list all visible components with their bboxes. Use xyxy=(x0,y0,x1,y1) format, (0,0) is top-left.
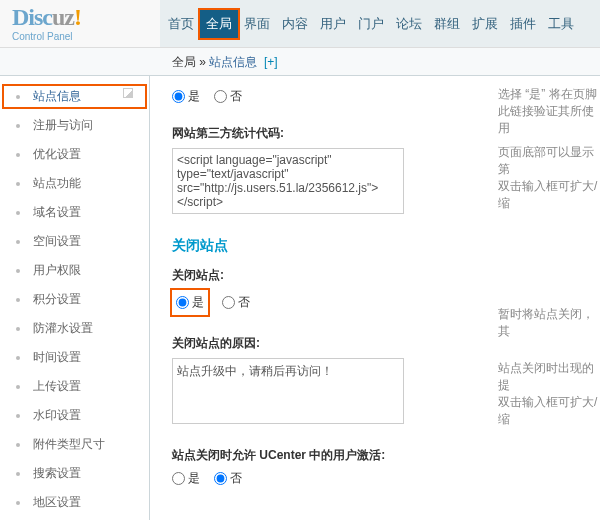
sidebar-item-0[interactable]: 站点信息 xyxy=(0,82,149,111)
footer-link-tip: 选择 “是” 将在页脚 此链接验证其所使用 xyxy=(498,86,600,137)
breadcrumb-add[interactable]: [+] xyxy=(264,55,278,69)
topnav-全局[interactable]: 全局 xyxy=(200,10,238,38)
sidebar-item-4[interactable]: 域名设置 xyxy=(0,198,149,227)
breadcrumb: 全局 » 站点信息 [+] xyxy=(0,48,600,76)
close-site-no[interactable] xyxy=(222,296,235,309)
footer-link-no[interactable] xyxy=(214,90,227,103)
topnav-用户[interactable]: 用户 xyxy=(314,10,352,38)
sidebar-item-14[interactable]: 地区设置 xyxy=(0,488,149,517)
sidebar-item-10[interactable]: 上传设置 xyxy=(0,372,149,401)
ucenter-activate-yes[interactable] xyxy=(172,472,185,485)
sidebar-item-3[interactable]: 站点功能 xyxy=(0,169,149,198)
topnav-群组[interactable]: 群组 xyxy=(428,10,466,38)
stat-code-input[interactable] xyxy=(172,148,404,214)
sidebar-item-2[interactable]: 优化设置 xyxy=(0,140,149,169)
close-site-section-title: 关闭站点 xyxy=(172,237,600,255)
sidebar-item-6[interactable]: 用户权限 xyxy=(0,256,149,285)
sidebar-item-13[interactable]: 搜索设置 xyxy=(0,459,149,488)
sidebar-item-5[interactable]: 空间设置 xyxy=(0,227,149,256)
footer-link-yes[interactable] xyxy=(172,90,185,103)
topnav-扩展[interactable]: 扩展 xyxy=(466,10,504,38)
sidebar-item-8[interactable]: 防灌水设置 xyxy=(0,314,149,343)
sidebar-item-11[interactable]: 水印设置 xyxy=(0,401,149,430)
breadcrumb-current[interactable]: 站点信息 xyxy=(209,55,257,69)
topnav-论坛[interactable]: 论坛 xyxy=(390,10,428,38)
topnav-门户[interactable]: 门户 xyxy=(352,10,390,38)
topnav-内容[interactable]: 内容 xyxy=(276,10,314,38)
close-site-tip: 暂时将站点关闭，其 xyxy=(498,306,600,340)
close-reason-input[interactable] xyxy=(172,358,404,424)
close-site-yes[interactable] xyxy=(176,296,189,309)
external-icon[interactable] xyxy=(123,88,133,98)
sidebar-item-12[interactable]: 附件类型尺寸 xyxy=(0,430,149,459)
close-reason-tip: 站点关闭时出现的提 双击输入框可扩大/缩 xyxy=(498,360,600,428)
topnav-插件[interactable]: 插件 xyxy=(504,10,542,38)
topnav-首页[interactable]: 首页 xyxy=(162,10,200,38)
topnav-工具[interactable]: 工具 xyxy=(542,10,580,38)
main-content: 是 否 选择 “是” 将在页脚 此链接验证其所使用 网站第三方统计代码: 页面底… xyxy=(150,76,600,520)
sidebar-item-9[interactable]: 时间设置 xyxy=(0,343,149,372)
ucenter-activate-label: 站点关闭时允许 UCenter 中的用户激活: xyxy=(172,447,600,464)
topnav-界面[interactable]: 界面 xyxy=(238,10,276,38)
sidebar-item-15[interactable]: 排行榜设置 xyxy=(0,517,149,520)
logo: Discuz! Control Panel xyxy=(0,0,160,47)
ucenter-activate-no[interactable] xyxy=(214,472,227,485)
stat-code-tip: 页面底部可以显示第 双击输入框可扩大/缩 xyxy=(498,144,600,212)
sidebar: 站点信息注册与访问优化设置站点功能域名设置空间设置用户权限积分设置防灌水设置时间… xyxy=(0,76,150,520)
sidebar-item-1[interactable]: 注册与访问 xyxy=(0,111,149,140)
sidebar-item-7[interactable]: 积分设置 xyxy=(0,285,149,314)
close-site-label: 关闭站点: xyxy=(172,267,600,284)
top-nav: 首页全局界面内容用户门户论坛群组扩展插件工具 xyxy=(160,0,600,47)
